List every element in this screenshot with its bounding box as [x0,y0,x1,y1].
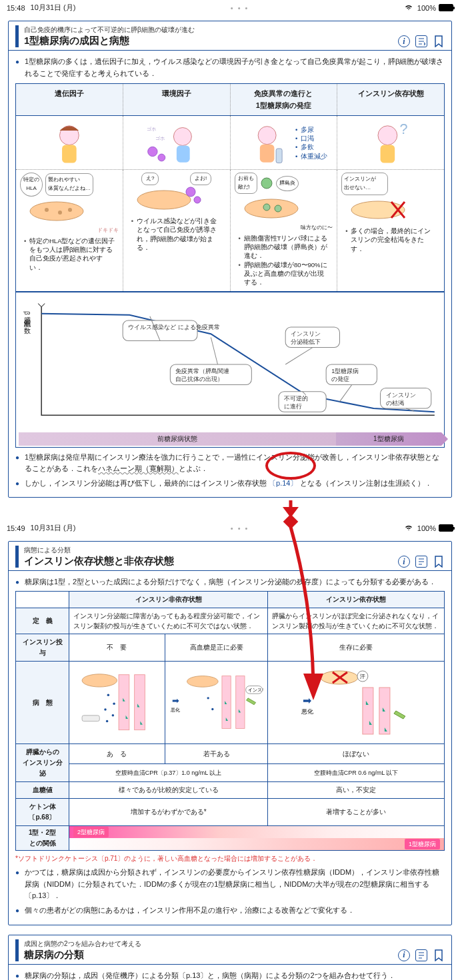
info-icon[interactable]: i [398,35,410,47]
svg-rect-12 [381,145,395,163]
svg-text:➡: ➡ [172,696,179,706]
card3-title: 糖尿病の分類 [24,949,398,961]
patho-cell-2: ➡悪化 インスリン [165,662,267,744]
svg-point-24 [275,205,281,212]
col-insulin-dep: インスリン依存状態 [337,84,444,115]
card1-intro: 1型糖尿病の多くは，遺伝因子に加え，ウイルス感染などの環境因子が引き金となって自… [15,56,445,79]
card-insulin-state: 病態による分類 インスリン依存状態と非依存状態 i 糖尿病は1型，2型といった成… [8,541,452,925]
status-date: 10月31日 (月) [31,523,76,533]
note-icon[interactable] [415,35,427,47]
card2-subtitle: 病態による分類 [24,546,398,555]
card1-subtitle: 自己免疫的機序によって不可逆的に膵β細胞の破壊が進む [24,25,398,35]
illus-4: ? [337,116,444,169]
svg-point-16 [58,211,62,215]
card2-title: インスリン依存状態と非依存状態 [24,555,398,568]
status-time: 15:49 [7,524,25,532]
bookmark-icon[interactable] [433,35,445,47]
patho-cell-1 [69,662,165,744]
card2-bullet2: 個々の患者がどの病態にあるかは，インスリン作用不足の進行や，治療による改善などで… [15,905,445,917]
svg-rect-5 [177,146,190,163]
card2-intro: 糖尿病は1型，2型といった成因による分類だけでなく，病態（インスリン分泌能の残存… [15,576,445,588]
pancreas-3: お前も 敵だ! 膵島炎 味方なのに〜 細胞傷害性Tリンパ球による膵β細胞の破壊（… [231,170,338,290]
svg-rect-10 [276,149,282,163]
pancreas-1: 特定の HLA 襲われやすい 体質なんだよね… ドキドキ 特定のHLA型などの遺… [16,170,123,290]
svg-point-19 [186,187,195,197]
symptom-list: 多尿口渇多飲体重減少 [294,125,327,161]
battery-pct: 100% [417,524,436,532]
svg-text:悪化: 悪化 [170,707,180,713]
svg-rect-9 [260,145,275,163]
svg-point-14 [30,202,83,221]
note-icon[interactable] [415,556,427,568]
svg-point-45 [112,714,114,716]
pancreas-4: インスリンが 出せない… 多くの場合，最終的にインスリンの完全枯渇をきたす． [337,170,444,290]
status-bar: 15:49 10月31日 (月) • • • 100% [0,520,460,536]
svg-rect-47 [82,716,99,722]
svg-rect-52 [236,676,245,729]
svg-point-42 [107,694,109,696]
status-date: 10月31日 (月) [31,3,76,13]
svg-point-25 [351,201,405,219]
card-type1-diabetes: 自己免疫的機序によって不可逆的に膵β細胞の破壊が進む 1型糖尿病の成因と病態 i… [8,21,452,498]
patho-cell-3: ➡悪化 汗 [268,662,445,744]
gradient-type2: 2型糖尿病 [69,826,444,838]
card1-title: 1型糖尿病の成因と病態 [24,35,398,47]
status-bar: 15:48 10月31日 (月) • • • 100% [0,0,460,15]
svg-point-23 [263,204,270,211]
svg-text:ゴホ: ゴホ [155,135,165,141]
bookmark-icon[interactable] [433,949,445,961]
bookmark-icon[interactable] [433,556,445,568]
svg-text:➡: ➡ [303,695,311,706]
svg-point-15 [45,208,49,212]
col-genetic: 遺伝因子 [16,84,123,115]
svg-point-7 [158,154,165,161]
info-icon[interactable]: i [398,949,410,961]
pathogenesis-diagram: 遺伝因子 環境因子 免疫異常の進行と 1型糖尿病の発症 インスリン依存状態 ゴホ… [15,83,445,447]
svg-point-22 [245,199,298,218]
svg-text:悪化: 悪化 [301,708,313,715]
svg-point-21 [261,178,272,189]
status-dots: • • • [75,4,403,12]
svg-point-8 [258,127,276,145]
pancreas-2: え? よお! ウイルス感染などが引き金となって自己免疫が誘導され，膵β細胞の破壊… [123,170,231,290]
svg-rect-40 [119,675,129,730]
illus-1 [16,116,123,169]
svg-point-18 [137,191,191,209]
svg-point-39 [82,674,117,687]
status-time: 15:48 [7,4,25,12]
svg-point-4 [173,128,191,146]
col-nondep: インスリン非依存状態 [69,591,268,608]
card1-foot2: しかし，インスリン分泌能は再び低下し，最終的にはインスリン依存状態 〔p.14〕… [15,478,445,490]
svg-point-11 [378,126,397,145]
svg-text:ゴホ: ゴホ [147,126,156,132]
card2-redfoot: *ソフトドリンクケトーシス〔p.71〕のように，著しい高血糖となった場合には増加… [15,853,445,864]
svg-point-20 [194,197,201,203]
svg-text:汗: 汗 [360,674,365,680]
timeline-post: 1型糖尿病 [336,432,442,446]
battery-icon [439,524,453,532]
svg-point-54 [211,708,213,710]
page-link-p14[interactable]: 〔p.14〕 [269,479,297,487]
highlight-circle [265,452,316,480]
col-env: 環境因子 [123,84,231,115]
beta-cell-graph: 膵β細胞の数 ウイルス感染など による免疫異常 免疫異常（膵島関連自己抗体の出現… [16,292,444,447]
battery-icon [439,4,453,11]
info-icon[interactable]: i [398,556,410,568]
svg-point-50 [187,676,219,688]
svg-text:インスリン: インスリン [248,688,263,692]
wifi-icon [404,524,413,532]
svg-rect-41 [135,675,145,730]
status-dots: • • • [75,524,403,532]
svg-rect-1 [62,145,77,163]
svg-text:ウイルス感染など
による免疫異常: ウイルス感染など による免疫異常 [128,324,220,330]
svg-point-6 [147,147,157,157]
card2-bullet1: かつては，糖尿病は成因から分類されず，インスリンの必要度からインスリン依存性糖尿… [15,867,445,902]
dependence-table: インスリン非依存状態 インスリン依存状態 定 義 インスリン分泌能に障害があって… [15,591,445,851]
note-icon[interactable] [415,949,427,961]
svg-rect-62 [363,688,373,734]
svg-point-43 [113,703,115,705]
svg-text:?: ? [400,121,408,137]
gradient-type1: 1型糖尿病 [69,838,444,850]
card3-bullet1: 糖尿病の分類は，成因（発症機序）による分類〔p.13〕と，病態（病期）による分類… [15,970,445,980]
wifi-icon [404,4,413,12]
